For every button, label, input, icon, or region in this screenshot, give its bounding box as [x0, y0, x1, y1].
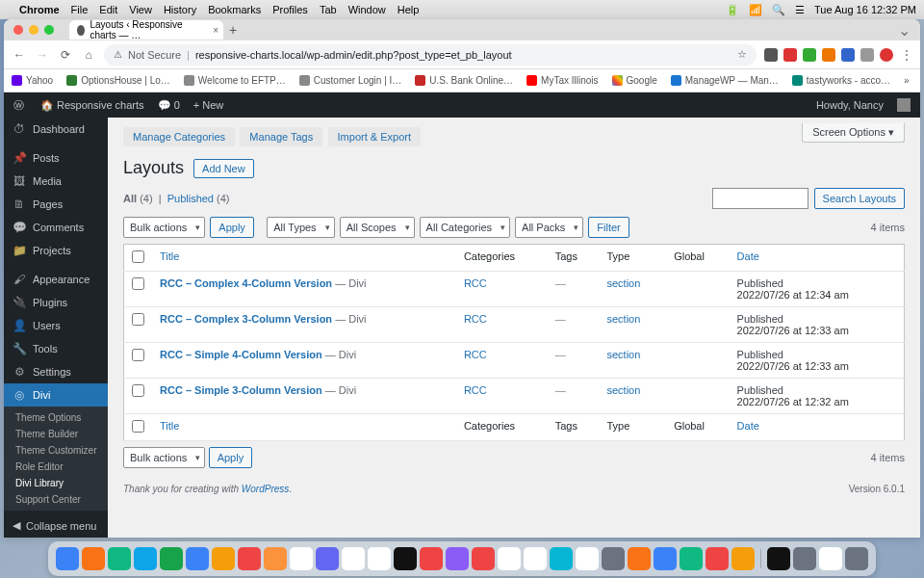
- menu-profiles[interactable]: Profiles: [272, 4, 308, 15]
- view-all[interactable]: All: [123, 193, 137, 204]
- reload-button[interactable]: ⟳: [58, 48, 73, 62]
- search-button[interactable]: Search Layouts: [814, 188, 905, 209]
- dock-app-icon[interactable]: [706, 547, 729, 570]
- dock-app-icon[interactable]: [628, 547, 651, 570]
- row-category-link[interactable]: RCC: [464, 349, 487, 360]
- menu-bookmarks[interactable]: Bookmarks: [208, 4, 261, 15]
- row-title-link[interactable]: RCC – Complex 4-Column Version: [160, 277, 332, 289]
- dock-app-icon[interactable]: [56, 547, 79, 570]
- row-category-link[interactable]: RCC: [464, 277, 487, 289]
- filter-scopes-select[interactable]: All Scopes: [340, 217, 415, 238]
- menu-file[interactable]: File: [71, 4, 89, 15]
- select-all-checkbox-footer[interactable]: [132, 420, 144, 433]
- sidebar-sub-divi-library[interactable]: Divi Library: [4, 475, 108, 491]
- row-type-link[interactable]: section: [606, 384, 640, 396]
- home-button[interactable]: ⌂: [81, 48, 96, 62]
- row-type-link[interactable]: section: [606, 277, 640, 289]
- menu-help[interactable]: Help: [398, 4, 420, 15]
- row-checkbox[interactable]: [132, 277, 144, 290]
- screen-options-toggle[interactable]: Screen Options ▾: [802, 123, 905, 143]
- dock-app-icon[interactable]: [134, 547, 157, 570]
- dock-app-icon[interactable]: [420, 547, 443, 570]
- ext-icon[interactable]: [860, 48, 874, 62]
- ext-icon[interactable]: [841, 48, 855, 62]
- forward-button[interactable]: →: [35, 48, 50, 62]
- row-type-link[interactable]: section: [606, 349, 640, 360]
- zoom-window-button[interactable]: [44, 25, 54, 35]
- sidebar-sub-theme-builder[interactable]: Theme Builder: [4, 426, 108, 442]
- bookmark[interactable]: Customer Login | I…: [299, 75, 402, 86]
- select-all-checkbox[interactable]: [132, 250, 144, 263]
- sidebar-item-tools[interactable]: 🔧Tools: [4, 337, 108, 360]
- col-date[interactable]: Date: [730, 245, 905, 272]
- view-published[interactable]: Published: [167, 193, 214, 204]
- add-new-button[interactable]: Add New: [193, 159, 254, 178]
- sidebar-sub-role-editor[interactable]: Role Editor: [4, 459, 108, 475]
- active-app-name[interactable]: Chrome: [19, 4, 60, 15]
- sidebar-item-plugins[interactable]: 🔌Plugins: [4, 291, 108, 314]
- dock-app-icon[interactable]: [472, 547, 495, 570]
- dock-app-icon[interactable]: [819, 547, 842, 570]
- row-type-link[interactable]: section: [606, 313, 640, 325]
- tab-import-export[interactable]: Import & Export: [328, 127, 421, 146]
- bookmark[interactable]: U.S. Bank Online…: [415, 75, 513, 86]
- new-link[interactable]: + New: [193, 99, 224, 111]
- sidebar-item-users[interactable]: 👤Users: [4, 314, 108, 337]
- sidebar-item-pages[interactable]: 🗎Pages: [4, 193, 108, 216]
- howdy-user[interactable]: Howdy, Nancy: [816, 99, 884, 111]
- dock-app-icon[interactable]: [160, 547, 183, 570]
- row-category-link[interactable]: RCC: [464, 313, 487, 325]
- close-window-button[interactable]: [13, 25, 23, 35]
- dock-app-icon[interactable]: [524, 547, 547, 570]
- bulk-actions-select-bottom[interactable]: Bulk actions: [123, 447, 205, 468]
- dock-app-icon[interactable]: [767, 547, 790, 570]
- apply-bulk-button-bottom[interactable]: Apply: [209, 447, 253, 468]
- menu-view[interactable]: View: [129, 4, 152, 15]
- sidebar-item-media[interactable]: 🖼Media: [4, 170, 108, 193]
- dock-app-icon[interactable]: [602, 547, 625, 570]
- dock-app-icon[interactable]: [446, 547, 469, 570]
- dock-app-icon[interactable]: [290, 547, 313, 570]
- bulk-actions-select[interactable]: Bulk actions: [123, 217, 205, 238]
- bookmark[interactable]: tastyworks - acco…: [792, 75, 890, 86]
- chrome-menu-icon[interactable]: ⋮: [901, 48, 912, 62]
- col-title-footer[interactable]: Title: [152, 414, 456, 441]
- battery-icon[interactable]: 🔋: [726, 4, 739, 16]
- collapse-menu-button[interactable]: ◀Collapse menu: [4, 513, 108, 538]
- control-center-icon[interactable]: ☰: [795, 4, 805, 16]
- sidebar-item-comments[interactable]: 💬Comments: [4, 216, 108, 239]
- comments-link[interactable]: 💬 0: [158, 99, 180, 112]
- dock-app-icon[interactable]: [498, 547, 521, 570]
- menu-edit[interactable]: Edit: [99, 4, 117, 15]
- filter-types-select[interactable]: All Types: [267, 217, 334, 238]
- dock-app-icon[interactable]: [576, 547, 599, 570]
- dock-app-icon[interactable]: [368, 547, 391, 570]
- profile-avatar-icon[interactable]: [880, 48, 893, 62]
- dock-app-icon[interactable]: [654, 547, 677, 570]
- filter-packs-select[interactable]: All Packs: [515, 217, 583, 238]
- dock-app-icon[interactable]: [186, 547, 209, 570]
- row-title-link[interactable]: RCC – Simple 3-Column Version: [160, 384, 322, 396]
- dock-app-icon[interactable]: [680, 547, 703, 570]
- dock-app-icon[interactable]: [316, 547, 339, 570]
- bookmark[interactable]: Google: [612, 75, 657, 86]
- filter-button[interactable]: Filter: [588, 217, 629, 238]
- sidebar-sub-support-center[interactable]: Support Center: [4, 491, 108, 508]
- dock-app-icon[interactable]: [550, 547, 573, 570]
- col-title[interactable]: Title: [152, 245, 456, 272]
- menu-history[interactable]: History: [164, 4, 196, 15]
- ext-icon[interactable]: [783, 48, 797, 62]
- sidebar-item-dashboard[interactable]: ⏱Dashboard: [4, 118, 108, 141]
- search-input[interactable]: [712, 188, 808, 209]
- sidebar-item-settings[interactable]: ⚙Settings: [4, 360, 108, 383]
- sidebar-item-projects[interactable]: 📁Projects: [4, 239, 108, 262]
- dock-app-icon[interactable]: [342, 547, 365, 570]
- footer-wordpress-link[interactable]: WordPress: [242, 484, 289, 494]
- back-button[interactable]: ←: [12, 48, 27, 62]
- row-title-link[interactable]: RCC – Simple 4-Column Version: [160, 349, 322, 360]
- dock-app-icon[interactable]: [394, 547, 417, 570]
- row-title-link[interactable]: RCC – Complex 3-Column Version: [160, 313, 332, 325]
- wifi-icon[interactable]: 📶: [749, 4, 762, 16]
- row-checkbox[interactable]: [132, 349, 144, 361]
- filter-categories-select[interactable]: All Categories: [420, 217, 510, 238]
